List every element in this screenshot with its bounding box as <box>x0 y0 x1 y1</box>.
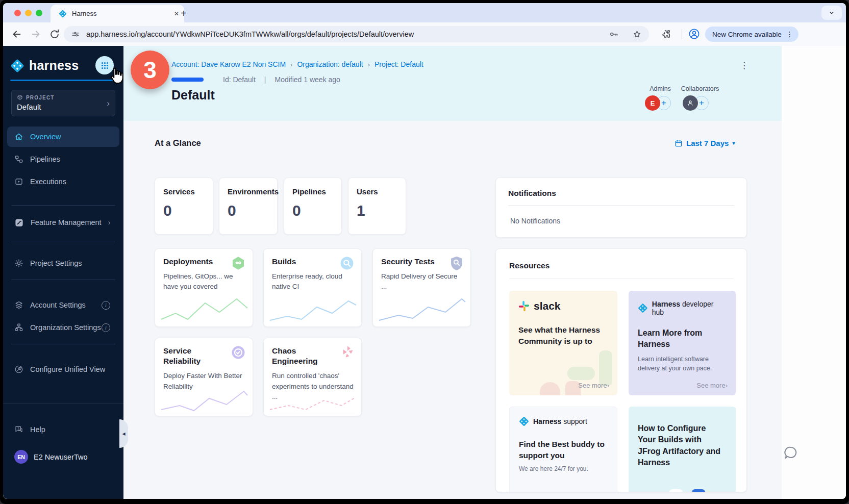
module-card-security-tests[interactable]: Security Tests Rapid Delivery of Secure … <box>372 248 471 327</box>
profile-icon[interactable] <box>688 28 700 40</box>
sidebar-item-label: Executions <box>30 178 66 186</box>
module-card-builds[interactable]: Builds Enterprise ready, cloud native CI <box>263 248 362 327</box>
slack-see-more-link[interactable]: See more› <box>578 382 609 389</box>
user-avatar[interactable]: EN <box>14 450 28 464</box>
info-icon[interactable]: i <box>102 301 110 310</box>
new-tab-button[interactable]: + <box>181 8 187 19</box>
service-reliability-icon <box>231 345 246 360</box>
module-title: Builds <box>272 257 338 267</box>
minimize-window-button[interactable] <box>25 10 32 16</box>
resource-card-slack[interactable]: slack See what the Harness Community is … <box>509 291 617 395</box>
stat-label: Services <box>163 187 205 196</box>
close-window-button[interactable] <box>14 10 21 16</box>
glance-title: At a Glance <box>155 138 201 148</box>
stat-card-users[interactable]: Users 1 <box>348 178 406 235</box>
sidebar-item-project-settings[interactable]: Project Settings <box>7 254 119 272</box>
sidebar-item-label: Organization Settings <box>30 323 101 332</box>
sidebar-divider <box>11 205 115 206</box>
support-chat-icon[interactable] <box>783 445 798 460</box>
reload-icon[interactable] <box>49 29 60 40</box>
sidebar-item-feature-management[interactable]: Feature Management › <box>7 213 119 232</box>
info-icon[interactable]: i <box>102 323 110 332</box>
sidebar-item-label: Configure Unified View <box>30 365 105 373</box>
project-color-bar <box>171 78 204 82</box>
support-card-sub: We are here 24/7 for you. <box>519 465 608 473</box>
tab-strip: Harness ✕ + <box>3 3 846 22</box>
executions-icon <box>14 177 23 186</box>
project-selector[interactable]: PROJECT Default › <box>11 90 115 116</box>
forward-icon[interactable] <box>30 29 41 40</box>
pill-kebab-icon[interactable]: ⋮ <box>786 30 793 38</box>
module-desc: Rapid Delivery of Secure ... <box>381 271 463 292</box>
panel-divider <box>509 279 733 279</box>
sidebar-item-organization-settings[interactable]: Organization Settings i <box>7 318 119 337</box>
module-title: Service Reliability <box>163 346 230 366</box>
harness-favicon-icon <box>59 10 67 18</box>
bookmark-star-icon[interactable] <box>632 30 642 39</box>
sidebar-item-pipelines[interactable]: Pipelines <box>7 149 119 169</box>
devhub-see-more-link[interactable]: See more› <box>696 382 728 389</box>
url-text[interactable]: app.harness.io/ng/account/YWdkwNPiTceDUK… <box>86 30 609 38</box>
tab-search-button[interactable] <box>821 6 842 20</box>
breadcrumb-project-link[interactable]: Project: Default <box>374 60 423 68</box>
module-card-service-reliability[interactable]: Service Reliability Deploy Faster With B… <box>155 338 253 416</box>
collapse-arrow-icon: ◀ <box>122 432 125 436</box>
admin-avatar[interactable]: E <box>645 95 660 111</box>
sidebar-item-help[interactable]: ? Help <box>7 420 119 439</box>
breadcrumb-org-link[interactable]: Organization: default <box>297 60 363 68</box>
user-menu[interactable]: EN E2 NewuserTwo <box>14 450 88 464</box>
module-card-chaos-engineering[interactable]: Chaos Engineering Run controlled 'chaos'… <box>263 338 362 416</box>
harness-logo[interactable]: harness <box>10 58 79 73</box>
app-area: harness PROJECT Default › Overview <box>3 46 846 499</box>
module-desc: Enterprise ready, cloud native CI <box>272 271 354 292</box>
browser-tab[interactable]: Harness ✕ <box>51 5 184 22</box>
resource-card-developer-hub[interactable]: Harness developer hub Learn More from Ha… <box>629 291 736 395</box>
sidebar-item-account-settings[interactable]: Account Settings i <box>7 296 119 314</box>
harness-logo-icon <box>519 416 529 426</box>
stat-label: Environments <box>228 187 269 196</box>
sidebar-item-configure-unified-view[interactable]: Configure Unified View <box>7 360 119 379</box>
notifications-panel: Notifications No Notifications <box>495 178 747 238</box>
extensions-icon[interactable] <box>661 29 671 39</box>
breadcrumb-account-link[interactable]: Account: Dave Karow E2 Non SCIM <box>171 60 286 68</box>
date-range-value: Last 7 Days <box>686 139 729 147</box>
org-chart-icon <box>14 323 23 332</box>
devhub-card-sub: Learn intelligent software delivery at y… <box>638 355 727 373</box>
deployments-cd-icon <box>231 256 246 271</box>
stat-card-environments[interactable]: Environments 0 <box>219 178 278 235</box>
update-chrome-button[interactable]: New Chrome available ⋮ <box>705 27 798 42</box>
page-title: Default <box>171 88 215 103</box>
wrench-circle-icon <box>14 365 23 374</box>
header-kebab-menu[interactable]: ⋮ <box>740 60 748 71</box>
sidebar-item-label: Help <box>30 425 45 434</box>
stat-card-services[interactable]: Services 0 <box>155 178 213 235</box>
brand-rest: support <box>563 417 587 425</box>
traffic-lights[interactable] <box>14 10 46 16</box>
maximize-window-button[interactable] <box>36 10 42 16</box>
sidebar-item-executions[interactable]: Executions <box>7 171 119 192</box>
back-icon[interactable] <box>11 29 22 40</box>
pipelines-icon <box>14 155 23 164</box>
date-range-dropdown[interactable]: Last 7 Days ▾ <box>675 139 735 147</box>
support-card-title: Find the Best buddy to support you <box>519 439 609 461</box>
stat-value: 0 <box>163 202 205 219</box>
resource-card-jfrog[interactable]: How to Configure Your Builds with JFrog … <box>629 407 736 492</box>
module-card-deployments[interactable]: Deployments Pipelines, GitOps... we have… <box>155 248 253 327</box>
home-icon <box>14 132 23 141</box>
stat-card-pipelines[interactable]: Pipelines 0 <box>284 178 342 235</box>
sidebar-collapse-handle[interactable]: ◀ <box>119 419 128 448</box>
breadcrumb-separator: › <box>290 61 292 68</box>
url-bar[interactable]: app.harness.io/ng/account/YWdkwNPiTceDUK… <box>64 26 649 42</box>
slack-logo-icon <box>518 300 530 312</box>
password-key-icon[interactable] <box>609 29 619 39</box>
resource-card-support[interactable]: Harness support Find the Best buddy to s… <box>509 407 617 492</box>
sidebar-item-overview[interactable]: Overview <box>7 127 119 147</box>
brand-bold: Harness <box>652 300 680 308</box>
sidebar-divider <box>11 344 115 344</box>
browser-window-frame: Harness ✕ + app.harness.io/ng/account/YW… <box>0 0 849 504</box>
chevron-right-icon: › <box>107 98 110 109</box>
sidebar-item-label: Overview <box>30 133 61 141</box>
tab-close-icon[interactable]: ✕ <box>174 10 179 17</box>
site-info-icon[interactable] <box>71 30 80 39</box>
collaborator-avatar[interactable] <box>683 95 698 111</box>
